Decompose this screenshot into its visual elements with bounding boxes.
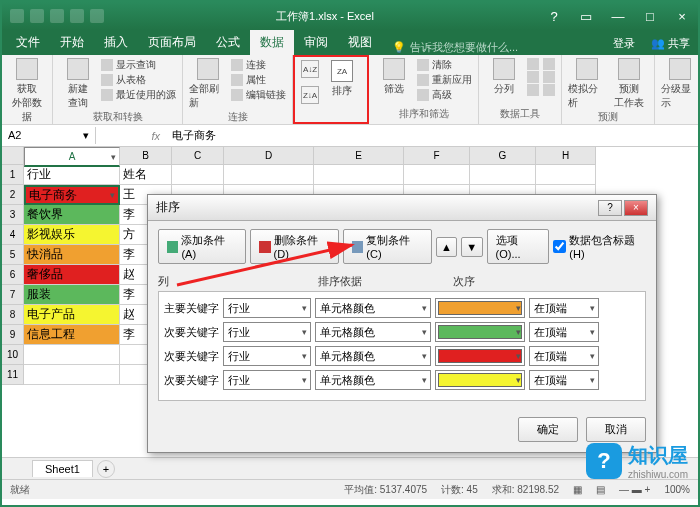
row-header[interactable]: 7 xyxy=(2,285,24,305)
cell[interactable]: 电子商务 xyxy=(24,185,120,205)
sort-column-select[interactable]: 行业 xyxy=(223,370,311,390)
sort-order-select[interactable]: 在顶端 xyxy=(529,298,599,318)
sort-on-select[interactable]: 单元格颜色 xyxy=(315,298,431,318)
cell[interactable]: 行业 xyxy=(24,165,120,185)
dialog-close-button[interactable]: × xyxy=(624,200,648,216)
clear-filter-button[interactable]: 清除 xyxy=(417,58,472,72)
col-header[interactable]: F xyxy=(404,147,470,165)
row-header[interactable]: 9 xyxy=(2,325,24,345)
col-header[interactable]: E xyxy=(314,147,404,165)
cell[interactable] xyxy=(172,165,224,185)
close-button[interactable]: × xyxy=(666,5,698,27)
cell[interactable] xyxy=(24,345,120,365)
tab-layout[interactable]: 页面布局 xyxy=(138,30,206,55)
minimize-button[interactable]: — xyxy=(602,5,634,27)
row-header[interactable]: 4 xyxy=(2,225,24,245)
col-header[interactable]: C xyxy=(172,147,224,165)
cell[interactable] xyxy=(24,365,120,385)
sheet-tab[interactable]: Sheet1 xyxy=(32,460,93,477)
zoom-level[interactable]: 100% xyxy=(664,484,690,495)
ok-button[interactable]: 确定 xyxy=(518,417,578,442)
what-if-button[interactable]: 模拟分析 xyxy=(568,58,606,110)
text-to-columns-button[interactable]: 分列 xyxy=(485,58,523,96)
sort-order-select[interactable]: 在顶端 xyxy=(529,370,599,390)
move-down-button[interactable]: ▼ xyxy=(461,237,482,257)
cell[interactable]: 餐饮界 xyxy=(24,205,120,225)
cell[interactable]: 信息工程 xyxy=(24,325,120,345)
cell[interactable] xyxy=(536,165,596,185)
get-external-data-button[interactable]: 获取 外部数据 xyxy=(8,58,46,124)
col-header[interactable]: A xyxy=(24,147,120,167)
new-query-button[interactable]: 新建 查询 xyxy=(59,58,97,110)
sort-button[interactable]: ZA排序 xyxy=(323,60,361,98)
sort-order-select[interactable]: 在顶端 xyxy=(529,322,599,342)
sort-color-select[interactable] xyxy=(435,298,525,318)
maximize-button[interactable]: □ xyxy=(634,5,666,27)
cell[interactable]: 奢侈品 xyxy=(24,265,120,285)
row-header[interactable]: 1 xyxy=(2,165,24,185)
tab-file[interactable]: 文件 xyxy=(6,30,50,55)
properties-button[interactable]: 属性 xyxy=(231,73,286,87)
share-button[interactable]: 👥 共享 xyxy=(643,32,698,55)
filter-button[interactable]: 筛选 xyxy=(375,58,413,96)
col-header[interactable]: H xyxy=(536,147,596,165)
cell[interactable]: 服装 xyxy=(24,285,120,305)
cell[interactable]: 影视娱乐 xyxy=(24,225,120,245)
sort-column-select[interactable]: 行业 xyxy=(223,346,311,366)
cell[interactable]: 电子产品 xyxy=(24,305,120,325)
show-queries-button[interactable]: 显示查询 xyxy=(101,58,176,72)
sort-on-select[interactable]: 单元格颜色 xyxy=(315,322,431,342)
zoom-slider[interactable]: — ▬ + xyxy=(619,484,650,495)
dialog-help-button[interactable]: ? xyxy=(598,200,622,216)
formula-input[interactable]: 电子商务 xyxy=(166,126,698,145)
forecast-sheet-button[interactable]: 预测 工作表 xyxy=(610,58,648,110)
sort-on-select[interactable]: 单元格颜色 xyxy=(315,370,431,390)
ribbon-collapse-icon[interactable]: ▭ xyxy=(570,5,602,27)
row-header[interactable]: 2 xyxy=(2,185,24,205)
refresh-all-button[interactable]: 全部刷新 xyxy=(189,58,227,110)
cell[interactable] xyxy=(470,165,536,185)
edit-links-button[interactable]: 编辑链接 xyxy=(231,88,286,102)
sort-order-select[interactable]: 在顶端 xyxy=(529,346,599,366)
login-link[interactable]: 登录 xyxy=(605,32,643,55)
cell[interactable] xyxy=(404,165,470,185)
cell[interactable]: 快消品 xyxy=(24,245,120,265)
col-header[interactable]: D xyxy=(224,147,314,165)
col-header[interactable]: G xyxy=(470,147,536,165)
advanced-button[interactable]: 高级 xyxy=(417,88,472,102)
sort-color-select[interactable] xyxy=(435,370,525,390)
sort-color-select[interactable] xyxy=(435,322,525,342)
copy-level-button[interactable]: 复制条件(C) xyxy=(343,229,432,264)
from-table-button[interactable]: 从表格 xyxy=(101,73,176,87)
fx-icon[interactable]: fx xyxy=(96,130,166,142)
row-header[interactable]: 3 xyxy=(2,205,24,225)
sort-desc-icon[interactable]: Z↓A xyxy=(301,86,319,104)
col-header[interactable]: B xyxy=(120,147,172,165)
delete-level-button[interactable]: 删除条件(D) xyxy=(250,229,339,264)
outline-button[interactable]: 分级显示 xyxy=(661,58,699,110)
move-up-button[interactable]: ▲ xyxy=(436,237,457,257)
view-normal-icon[interactable]: ▦ xyxy=(573,484,582,495)
add-level-button[interactable]: 添加条件(A) xyxy=(158,229,246,264)
reapply-button[interactable]: 重新应用 xyxy=(417,73,472,87)
cell[interactable]: 姓名 xyxy=(120,165,172,185)
sort-color-select[interactable] xyxy=(435,346,525,366)
tab-view[interactable]: 视图 xyxy=(338,30,382,55)
name-box[interactable]: A2▾ xyxy=(2,127,96,144)
select-all-corner[interactable] xyxy=(2,147,24,165)
cancel-button[interactable]: 取消 xyxy=(586,417,646,442)
row-header[interactable]: 5 xyxy=(2,245,24,265)
sort-asc-icon[interactable]: A↓Z xyxy=(301,60,319,78)
cell[interactable] xyxy=(224,165,314,185)
qat[interactable] xyxy=(2,9,112,23)
cell[interactable] xyxy=(314,165,404,185)
row-header[interactable]: 10 xyxy=(2,345,24,365)
new-sheet-button[interactable]: + xyxy=(97,460,115,478)
tab-formulas[interactable]: 公式 xyxy=(206,30,250,55)
tab-review[interactable]: 审阅 xyxy=(294,30,338,55)
help-icon[interactable]: ? xyxy=(538,5,570,27)
row-header[interactable]: 11 xyxy=(2,365,24,385)
sort-options-button[interactable]: 选项(O)... xyxy=(487,229,550,264)
tell-me-search[interactable]: 💡 告诉我您想要做什么... xyxy=(382,40,605,55)
sort-column-select[interactable]: 行业 xyxy=(223,322,311,342)
